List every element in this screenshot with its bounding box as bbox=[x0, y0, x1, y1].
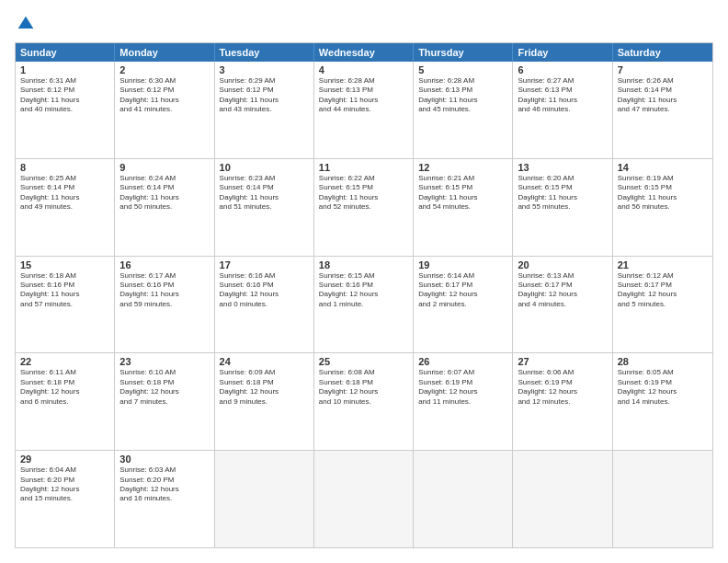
weekday-header-sunday: Sunday bbox=[16, 43, 115, 62]
calendar-day-17: 17Sunrise: 6:16 AMSunset: 6:16 PMDayligh… bbox=[215, 257, 314, 353]
day-number: 3 bbox=[220, 64, 309, 75]
calendar-day-1: 1Sunrise: 6:31 AMSunset: 6:12 PMDaylight… bbox=[16, 62, 115, 158]
logo-icon bbox=[17, 15, 35, 33]
day-number: 14 bbox=[618, 162, 708, 173]
cell-line-2: Daylight: 11 hours bbox=[20, 96, 109, 105]
cell-line-0: Sunrise: 6:11 AM bbox=[20, 368, 109, 377]
calendar-row-3: 15Sunrise: 6:18 AMSunset: 6:16 PMDayligh… bbox=[16, 256, 712, 353]
cell-line-1: Sunset: 6:16 PM bbox=[220, 281, 309, 290]
cell-line-1: Sunset: 6:16 PM bbox=[319, 281, 408, 290]
cell-line-1: Sunset: 6:16 PM bbox=[119, 281, 209, 290]
cell-line-2: Daylight: 12 hours bbox=[418, 387, 507, 396]
day-number: 8 bbox=[20, 162, 109, 173]
calendar-day-5: 5Sunrise: 6:28 AMSunset: 6:13 PMDaylight… bbox=[414, 62, 513, 158]
cell-line-0: Sunrise: 6:07 AM bbox=[418, 368, 507, 377]
day-number: 12 bbox=[418, 162, 507, 173]
cell-line-2: Daylight: 12 hours bbox=[319, 290, 408, 299]
calendar-day-3: 3Sunrise: 6:29 AMSunset: 6:12 PMDaylight… bbox=[215, 62, 314, 158]
cell-line-0: Sunrise: 6:15 AM bbox=[319, 271, 408, 281]
cell-line-2: Daylight: 11 hours bbox=[119, 96, 209, 105]
calendar-day-21: 21Sunrise: 6:12 AMSunset: 6:17 PMDayligh… bbox=[613, 257, 712, 353]
cell-line-3: and 10 minutes. bbox=[319, 397, 408, 407]
cell-line-3: and 50 minutes. bbox=[119, 202, 209, 212]
cell-line-1: Sunset: 6:19 PM bbox=[418, 378, 507, 387]
calendar-header: SundayMondayTuesdayWednesdayThursdayFrid… bbox=[16, 43, 712, 62]
day-number: 7 bbox=[618, 64, 708, 75]
cell-line-3: and 6 minutes. bbox=[20, 397, 109, 407]
calendar-day-16: 16Sunrise: 6:17 AMSunset: 6:16 PMDayligh… bbox=[115, 257, 214, 353]
day-number: 26 bbox=[418, 356, 507, 367]
cell-line-1: Sunset: 6:17 PM bbox=[518, 281, 607, 290]
cell-line-2: Daylight: 11 hours bbox=[20, 193, 109, 202]
cell-line-1: Sunset: 6:20 PM bbox=[119, 476, 209, 485]
svg-marker-0 bbox=[18, 17, 34, 29]
calendar-body: 1Sunrise: 6:31 AMSunset: 6:12 PMDaylight… bbox=[16, 62, 712, 547]
cell-line-1: Sunset: 6:18 PM bbox=[20, 378, 109, 387]
day-number: 13 bbox=[518, 162, 607, 173]
calendar-day-10: 10Sunrise: 6:23 AMSunset: 6:14 PMDayligh… bbox=[215, 159, 314, 256]
day-number: 20 bbox=[518, 259, 607, 270]
cell-line-2: Daylight: 12 hours bbox=[618, 290, 708, 299]
cell-line-2: Daylight: 12 hours bbox=[20, 485, 109, 494]
calendar-empty-cell bbox=[513, 451, 612, 547]
cell-line-2: Daylight: 12 hours bbox=[418, 290, 507, 299]
cell-line-1: Sunset: 6:18 PM bbox=[119, 378, 209, 387]
cell-line-1: Sunset: 6:13 PM bbox=[518, 86, 607, 95]
cell-line-3: and 15 minutes. bbox=[20, 494, 109, 503]
cell-line-1: Sunset: 6:17 PM bbox=[618, 281, 708, 290]
day-number: 18 bbox=[319, 259, 408, 270]
cell-line-0: Sunrise: 6:29 AM bbox=[220, 76, 309, 86]
cell-line-0: Sunrise: 6:16 AM bbox=[220, 271, 309, 281]
weekday-header-thursday: Thursday bbox=[414, 43, 513, 62]
calendar-day-22: 22Sunrise: 6:11 AMSunset: 6:18 PMDayligh… bbox=[16, 353, 115, 450]
cell-line-2: Daylight: 12 hours bbox=[119, 485, 209, 494]
calendar-empty-cell bbox=[613, 451, 712, 547]
cell-line-0: Sunrise: 6:13 AM bbox=[518, 271, 607, 281]
cell-line-3: and 59 minutes. bbox=[119, 300, 209, 309]
weekday-header-monday: Monday bbox=[115, 43, 214, 62]
day-number: 17 bbox=[220, 259, 309, 270]
calendar-day-27: 27Sunrise: 6:06 AMSunset: 6:19 PMDayligh… bbox=[513, 353, 612, 450]
day-number: 25 bbox=[319, 356, 408, 367]
page-header bbox=[15, 15, 713, 33]
cell-line-3: and 4 minutes. bbox=[518, 300, 607, 309]
cell-line-1: Sunset: 6:14 PM bbox=[20, 183, 109, 192]
cell-line-3: and 54 minutes. bbox=[418, 202, 507, 212]
cell-line-3: and 56 minutes. bbox=[618, 202, 708, 212]
cell-line-2: Daylight: 11 hours bbox=[618, 193, 708, 202]
calendar-day-26: 26Sunrise: 6:07 AMSunset: 6:19 PMDayligh… bbox=[414, 353, 513, 450]
calendar-day-19: 19Sunrise: 6:14 AMSunset: 6:17 PMDayligh… bbox=[414, 257, 513, 353]
cell-line-1: Sunset: 6:17 PM bbox=[418, 281, 507, 290]
day-number: 15 bbox=[20, 259, 109, 270]
cell-line-2: Daylight: 12 hours bbox=[518, 387, 607, 396]
calendar-row-1: 1Sunrise: 6:31 AMSunset: 6:12 PMDaylight… bbox=[16, 62, 712, 158]
calendar-empty-cell bbox=[215, 451, 314, 547]
cell-line-0: Sunrise: 6:20 AM bbox=[518, 174, 607, 183]
weekday-header-saturday: Saturday bbox=[613, 43, 712, 62]
cell-line-2: Daylight: 12 hours bbox=[220, 387, 309, 396]
cell-line-2: Daylight: 12 hours bbox=[319, 387, 408, 396]
cell-line-0: Sunrise: 6:10 AM bbox=[119, 368, 209, 377]
cell-line-3: and 49 minutes. bbox=[20, 202, 109, 212]
cell-line-0: Sunrise: 6:21 AM bbox=[418, 174, 507, 183]
calendar-day-2: 2Sunrise: 6:30 AMSunset: 6:12 PMDaylight… bbox=[115, 62, 214, 158]
cell-line-3: and 5 minutes. bbox=[618, 300, 708, 309]
calendar-day-28: 28Sunrise: 6:05 AMSunset: 6:19 PMDayligh… bbox=[613, 353, 712, 450]
cell-line-1: Sunset: 6:14 PM bbox=[220, 183, 309, 192]
cell-line-1: Sunset: 6:18 PM bbox=[319, 378, 408, 387]
cell-line-2: Daylight: 11 hours bbox=[319, 193, 408, 202]
calendar-day-29: 29Sunrise: 6:04 AMSunset: 6:20 PMDayligh… bbox=[16, 451, 115, 547]
cell-line-3: and 57 minutes. bbox=[20, 300, 109, 309]
calendar-day-11: 11Sunrise: 6:22 AMSunset: 6:15 PMDayligh… bbox=[314, 159, 414, 256]
calendar-empty-cell bbox=[414, 451, 513, 547]
cell-line-2: Daylight: 11 hours bbox=[319, 96, 408, 105]
cell-line-0: Sunrise: 6:18 AM bbox=[20, 271, 109, 281]
cell-line-1: Sunset: 6:19 PM bbox=[618, 378, 708, 387]
cell-line-3: and 40 minutes. bbox=[20, 105, 109, 114]
cell-line-3: and 14 minutes. bbox=[618, 397, 708, 407]
cell-line-1: Sunset: 6:13 PM bbox=[418, 86, 507, 95]
cell-line-0: Sunrise: 6:14 AM bbox=[418, 271, 507, 281]
cell-line-2: Daylight: 11 hours bbox=[20, 290, 109, 299]
cell-line-1: Sunset: 6:15 PM bbox=[618, 183, 708, 192]
cell-line-0: Sunrise: 6:30 AM bbox=[119, 76, 209, 86]
